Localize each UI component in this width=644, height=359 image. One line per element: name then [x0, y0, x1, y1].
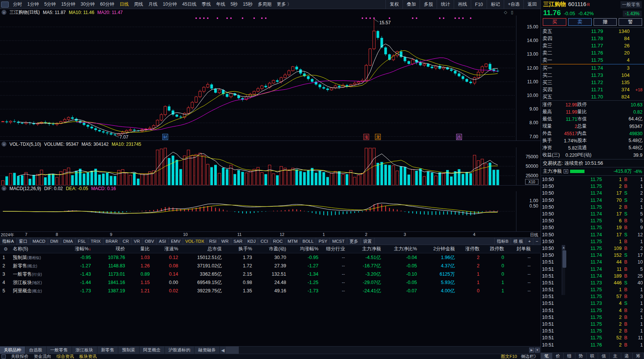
- col-header-换手%[interactable]: 换手%: [226, 246, 256, 252]
- book-level[interactable]: 卖二11.7620: [541, 49, 644, 56]
- bottom-tab-预制菜[interactable]: 预制菜: [118, 347, 139, 354]
- status-图文F10[interactable]: 图文F10: [501, 354, 517, 359]
- layout-icon[interactable]: ▯: [511, 10, 513, 15]
- table-row[interactable]: 2新零售(概念)-1.271148.831.260.0837191.02亿1.7…: [0, 262, 562, 270]
- book-level[interactable]: 买二11.73104: [541, 72, 644, 79]
- book-level[interactable]: 买三11.72135: [541, 79, 644, 86]
- book-level[interactable]: 卖五11.791340: [541, 28, 644, 35]
- indicator-right-模 板[interactable]: 模 板: [511, 238, 525, 245]
- period-tab-分时[interactable]: 分时: [10, 0, 25, 9]
- indicator-right-+[interactable]: +: [526, 238, 533, 245]
- indicator-tab-CCI[interactable]: CCI: [258, 238, 271, 245]
- foot-tab-细[interactable]: 细: [564, 353, 575, 359]
- tool-+自选[interactable]: +自选: [504, 0, 523, 9]
- indicator-tab-DMA[interactable]: DMA: [61, 238, 76, 245]
- tool-叠加[interactable]: 叠加: [403, 0, 420, 9]
- foot-tab-价[interactable]: 价: [552, 353, 564, 359]
- period-tab-季线[interactable]: 季线: [199, 0, 213, 9]
- foot-tab-值[interactable]: 值: [598, 353, 610, 359]
- tool-标记[interactable]: 标记: [487, 0, 504, 9]
- volume-chart[interactable]: 750005000025000X10: [0, 147, 541, 185]
- col-header-细分行业[interactable]: 细分行业: [322, 246, 349, 252]
- indicator-tab-RSI[interactable]: RSI: [207, 238, 219, 245]
- book-level[interactable]: 买一11.743: [541, 64, 644, 72]
- tool-返回[interactable]: 返回: [523, 0, 541, 9]
- status-板块资讯[interactable]: 板块资讯: [79, 354, 97, 359]
- col-header-涨速%[interactable]: 涨速%: [154, 246, 182, 252]
- indicator-tab-ROC[interactable]: ROC: [271, 238, 285, 245]
- col-header-均涨幅%[interactable]: 均涨幅%: [290, 246, 322, 252]
- indicator-tab-ASI[interactable]: ASI: [157, 238, 169, 245]
- indicator-tab-MTM[interactable]: MTM: [285, 238, 300, 245]
- diamond-icon[interactable]: ◇: [504, 10, 507, 15]
- status-侧边栏》[interactable]: 侧边栏》: [521, 354, 538, 359]
- indicator-tab-BRAR[interactable]: BRAR: [103, 238, 121, 245]
- scrollbar-thumb[interactable]: [563, 250, 566, 268]
- order-button-警[interactable]: 警: [619, 18, 642, 26]
- macd-chart[interactable]: 1.000.50: [0, 191, 541, 231]
- bottom-tab-一般零售[interactable]: 一般零售: [47, 347, 72, 354]
- indicator-tab-PSY[interactable]: PSY: [316, 238, 330, 245]
- indicator-right-指标B[interactable]: 指标B: [494, 238, 511, 245]
- indicator-right-−[interactable]: −: [533, 238, 541, 245]
- expand-down-icon[interactable]: ▼: [535, 348, 540, 353]
- period-tab-30分钟[interactable]: 30分钟: [78, 0, 97, 9]
- table-row[interactable]: 1预制菜(最相似)-0.951078.761.030.1215012.51亿1.…: [0, 253, 562, 262]
- book-level[interactable]: 卖三11.7726: [541, 42, 644, 49]
- indicator-tab-OBV[interactable]: OBV: [143, 238, 157, 245]
- period-tab-5分钟[interactable]: 5分钟: [42, 0, 59, 9]
- status-资金流向[interactable]: 资金流向: [34, 354, 51, 359]
- indicator-tab-MACD[interactable]: MACD: [30, 238, 48, 245]
- foot-tab-势[interactable]: 势: [575, 353, 587, 359]
- chart-corner-icons[interactable]: ◇ ▯: [504, 10, 513, 15]
- period-tab-15秒[interactable]: 15秒: [240, 0, 255, 9]
- status-grid-icon[interactable]: [2, 354, 6, 359]
- indicator-tab-EMV[interactable]: EMV: [169, 238, 183, 245]
- period-tab-45日线[interactable]: 45日线: [180, 0, 199, 9]
- tool-多股[interactable]: 多股: [420, 0, 437, 9]
- order-button-卖[interactable]: 卖: [568, 18, 592, 26]
- book-level[interactable]: 卖一11.754: [541, 56, 644, 64]
- order-button-买[interactable]: 买: [543, 18, 566, 26]
- tool-统计[interactable]: 统计: [437, 0, 454, 9]
- table-row[interactable]: 5阿里概念(概念)-1.731387.191.210.0239229.75亿1.…: [0, 287, 562, 295]
- table-row[interactable]: 4浙江板块(地区)-1.441841.161.150.0069549.15亿0.…: [0, 278, 562, 287]
- book-level[interactable]: 买四11.71374+18: [541, 86, 644, 93]
- foot-tab-联[interactable]: 联: [587, 353, 598, 359]
- table-row[interactable]: 3一般零售(行业)-1.431173.010.890.143362.65亿2.1…: [0, 270, 562, 278]
- period-tab-更多 〉[interactable]: 更多 〉: [274, 0, 294, 9]
- period-tab-5秒[interactable]: 5秒: [228, 0, 240, 9]
- indicator-tab-VOL-TDX[interactable]: VOL-TDX: [183, 238, 207, 245]
- col-header-量比[interactable]: 量比: [129, 246, 154, 252]
- col-header-icon[interactable]: ⚙: [0, 246, 11, 252]
- table-scrollbar[interactable]: ▲: [562, 245, 565, 295]
- stock-sector[interactable]: 一般零售: [620, 1, 642, 8]
- bottom-tab-新零售[interactable]: 新零售: [97, 347, 119, 354]
- bottom-tab-沪股通标的[interactable]: 沪股通标的: [165, 347, 195, 354]
- col-header-名称(5)[interactable]: 名称(5): [11, 246, 64, 252]
- book-level[interactable]: 买五11.70824: [541, 93, 644, 100]
- col-header-2分钟金额[interactable]: 2分钟金额: [421, 246, 459, 252]
- expand-right-icon[interactable]: ▶: [529, 348, 534, 353]
- col-header-涨幅%[interactable]: 涨幅%↓: [64, 246, 95, 252]
- indicator-tab-KDJ[interactable]: KDJ: [245, 238, 259, 245]
- indicator-tab-窗口[interactable]: 窗口: [17, 238, 30, 245]
- period-tab-周线[interactable]: 周线: [131, 0, 146, 9]
- period-tab-日线[interactable]: 日线: [117, 0, 131, 9]
- period-tab-月线[interactable]: 月线: [146, 0, 160, 9]
- order-button-撤[interactable]: 撤: [594, 18, 617, 26]
- scroll-up-icon[interactable]: ▲: [562, 245, 565, 250]
- list-icon[interactable]: ≣: [564, 169, 568, 173]
- foot-tab-主[interactable]: 主: [610, 353, 621, 359]
- bottom-tab-阿里概念[interactable]: 阿里概念: [139, 347, 165, 354]
- indicator-tab-WR[interactable]: WR: [219, 238, 231, 245]
- col-header-现价[interactable]: 现价: [95, 246, 129, 252]
- col-header-跌停数[interactable]: 跌停数: [483, 246, 508, 252]
- tab-scroll-left-icon[interactable]: ◀: [220, 347, 226, 354]
- indicator-tab-BOLL[interactable]: BOLL: [300, 238, 316, 245]
- collapse-icon[interactable]: v: [2, 10, 6, 15]
- bottom-tab-关联品种[interactable]: 关联品种: [0, 347, 25, 354]
- indicator-tab-SAR[interactable]: SAR: [231, 238, 245, 245]
- tool-复权[interactable]: 复权: [385, 0, 403, 9]
- collapse-icon[interactable]: v: [2, 142, 6, 147]
